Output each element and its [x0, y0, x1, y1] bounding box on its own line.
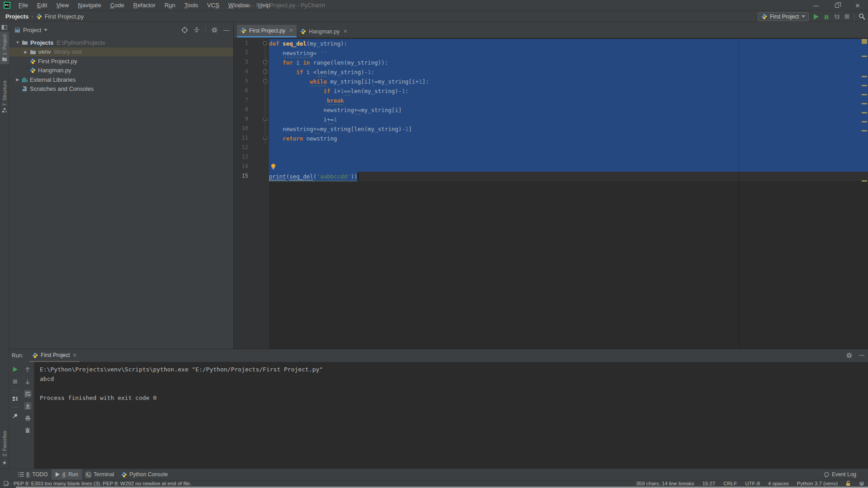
status-panel-icon[interactable]	[4, 481, 9, 486]
coverage-button[interactable]	[834, 14, 840, 20]
warning-stripe-mark[interactable]	[862, 180, 867, 182]
chevron-right-icon[interactable]: ▶	[15, 77, 20, 82]
tool-window-button-6--todo[interactable]: 6: TODO	[14, 469, 52, 480]
status-widget[interactable]: CRLF	[723, 481, 737, 486]
tool-window-button-terminal[interactable]: Terminal	[82, 469, 118, 480]
gutter-line-13[interactable]: 13	[234, 153, 269, 162]
menu-file[interactable]: File	[14, 0, 33, 11]
code-line-7[interactable]: break	[269, 96, 868, 105]
gutter-line-15[interactable]: 15	[234, 172, 269, 181]
print-button[interactable]	[24, 414, 32, 422]
collapse-all-button[interactable]	[193, 27, 200, 33]
next-occurrence-button[interactable]	[24, 378, 32, 385]
code-line-14[interactable]	[269, 162, 868, 172]
breadcrumb-file[interactable]: First Project.py	[45, 13, 84, 20]
code-line-12[interactable]	[269, 143, 868, 153]
tool-window-button-python-console[interactable]: Python Console	[118, 469, 171, 480]
run-configuration-select[interactable]: First Project	[758, 12, 809, 21]
hide-panel-icon[interactable]: —	[859, 352, 864, 359]
menu-navigate[interactable]: Navigate	[73, 0, 105, 11]
tree-item-external-libraries[interactable]: ▶External Libraries	[9, 75, 233, 84]
status-widget[interactable]: UTF-8	[745, 481, 760, 486]
code-line-2[interactable]: newstring= ''	[269, 48, 868, 58]
code-line-9[interactable]: i+=1	[269, 115, 868, 124]
intention-bulb-icon[interactable]	[270, 163, 276, 170]
warning-stripe-mark[interactable]	[862, 112, 867, 113]
run-panel-settings-icon[interactable]	[846, 352, 853, 359]
minimize-button[interactable]: —	[806, 0, 826, 11]
fold-marker-icon[interactable]	[263, 60, 267, 64]
warning-stripe-mark[interactable]	[862, 130, 867, 131]
tool-window-button-structure[interactable]: 7: Structure	[0, 80, 9, 113]
tool-window-button-favorites[interactable]: 2: Favorites★	[0, 431, 9, 466]
gutter-line-4[interactable]: 4	[234, 67, 269, 77]
soft-wrap-toggle[interactable]	[24, 390, 32, 398]
menu-refactor[interactable]: Refactor	[129, 0, 160, 11]
close-button[interactable]: ✕	[847, 0, 868, 11]
warning-stripe-mark[interactable]	[862, 56, 867, 57]
gutter-line-8[interactable]: 8	[234, 105, 269, 115]
prev-occurrence-button[interactable]	[24, 366, 32, 373]
code-line-5[interactable]: while my_string[i]!=my_string[i+1]:	[269, 77, 868, 86]
code-line-11[interactable]: return newstring	[269, 134, 868, 143]
gutter-line-10[interactable]: 10	[234, 124, 269, 134]
status-widget[interactable]: Python 3.7 (venv)	[797, 481, 838, 486]
editor-gutter[interactable]: 123456789101112131415	[234, 38, 269, 349]
menu-run[interactable]: Run	[160, 0, 180, 11]
status-widget[interactable]: 15:27	[702, 481, 715, 486]
gutter-line-9[interactable]: 9	[234, 115, 269, 124]
warning-stripe-mark[interactable]	[862, 103, 867, 104]
clear-all-button[interactable]	[24, 427, 32, 434]
tool-windows-icon[interactable]	[1, 24, 7, 30]
rerun-button[interactable]	[11, 366, 19, 373]
menu-view[interactable]: View	[52, 0, 73, 11]
stop-button[interactable]	[844, 14, 850, 19]
chevron-down-icon[interactable]: ▼	[15, 40, 20, 45]
gutter-line-3[interactable]: 3	[234, 58, 269, 67]
menu-vcs[interactable]: VCS	[203, 0, 224, 11]
run-tab-first-project[interactable]: First Project ✕	[29, 349, 79, 362]
code-line-1[interactable]: def seq_del(my_string):	[269, 39, 868, 48]
status-widget[interactable]: 359 chars, 14 line breaks	[636, 481, 694, 486]
hide-panel-button[interactable]: —	[223, 26, 230, 33]
code-line-10[interactable]: newstring+=my_string[len(my_string)-1]	[269, 124, 868, 134]
fold-marker-icon[interactable]	[263, 41, 267, 45]
scroll-to-end-toggle[interactable]	[24, 402, 32, 410]
gutter-line-5[interactable]: 5	[234, 77, 269, 86]
code-line-3[interactable]: for i in range(len(my_string)):	[269, 58, 868, 67]
gutter-line-14[interactable]: 14	[234, 162, 269, 172]
warning-stripe-mark[interactable]	[862, 85, 867, 86]
highlighting-level-icon[interactable]	[859, 481, 864, 486]
status-widget[interactable]: 4 spaces	[768, 481, 789, 486]
code-editor[interactable]: def seq_del(my_string): newstring= '' fo…	[269, 38, 868, 349]
stop-button[interactable]	[11, 378, 19, 385]
unlock-icon[interactable]	[846, 481, 851, 486]
fold-marker-icon[interactable]	[263, 118, 267, 121]
fold-marker-icon[interactable]	[263, 137, 267, 140]
close-tab-icon[interactable]: ✕	[343, 28, 347, 34]
maximize-button[interactable]	[826, 0, 847, 11]
chevron-right-icon[interactable]: ▶	[24, 50, 28, 54]
code-line-15[interactable]: print(seq_del('aabbccdd'))	[269, 172, 868, 181]
gutter-line-7[interactable]: 7	[234, 96, 269, 105]
code-line-8[interactable]: newstring+=my_string[i]	[269, 105, 868, 115]
tree-item-first-project-py[interactable]: First Project.py	[9, 56, 233, 66]
editor-tab-first-project-py[interactable]: First Project.py✕	[237, 25, 297, 38]
gutter-line-2[interactable]: 2	[234, 48, 269, 58]
run-button[interactable]	[813, 14, 819, 20]
error-stripe-scrollbar[interactable]	[861, 38, 868, 349]
code-line-6[interactable]: if i+1==len(my_string)-1:	[269, 86, 868, 96]
tree-item-venv[interactable]: ▶venvlibrary root	[9, 47, 233, 57]
menu-edit[interactable]: Edit	[33, 0, 52, 11]
tool-window-button-4--run[interactable]: 4: Run	[52, 469, 82, 480]
locate-file-button[interactable]	[181, 27, 188, 33]
editor-tab-hangman-py[interactable]: Hangman.py✕	[297, 25, 351, 38]
tree-item-scratches-and-consoles[interactable]: Scratches and Consoles	[9, 84, 233, 94]
fold-marker-icon[interactable]	[263, 70, 267, 74]
warning-stripe-mark[interactable]	[862, 94, 867, 95]
run-console-output[interactable]: E:\Python\Projects\venv\Scripts\python.e…	[40, 365, 323, 403]
event-log-button[interactable]: Event Log	[824, 471, 856, 478]
gutter-line-11[interactable]: 11	[234, 134, 269, 143]
layout-settings-button[interactable]	[11, 395, 19, 403]
tree-item-projects[interactable]: ▼ProjectsE:\Python\Projects	[9, 38, 233, 47]
